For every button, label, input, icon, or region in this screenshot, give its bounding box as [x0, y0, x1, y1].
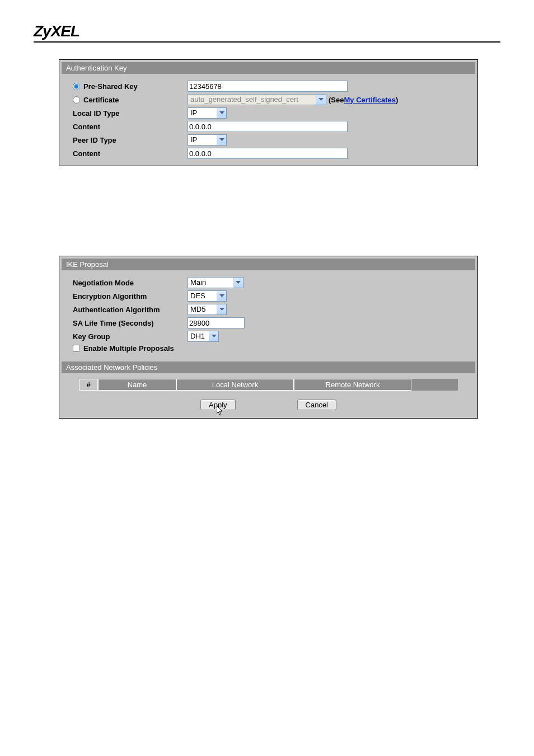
peer-id-type-value: IP [188, 135, 217, 145]
chevron-down-icon [217, 135, 226, 145]
sa-life-time-input[interactable] [188, 317, 245, 328]
peer-id-type-label: Peer ID Type [73, 136, 188, 144]
peer-content-label: Content [73, 149, 188, 158]
key-group-value: DH1 [188, 331, 209, 341]
local-id-type-label: Local ID Type [73, 109, 188, 118]
apply-button[interactable]: Apply [200, 400, 236, 410]
col-local-network: Local Network [176, 379, 294, 391]
chevron-down-icon [209, 331, 218, 341]
local-content-input[interactable] [188, 121, 348, 132]
local-content-label: Content [73, 123, 188, 131]
certificate-radio[interactable] [73, 96, 80, 104]
encryption-algorithm-value: DES [188, 291, 217, 301]
pre-shared-key-label-text: Pre-Shared Key [83, 82, 138, 91]
chevron-down-icon [217, 304, 226, 314]
certificate-label-text: Certificate [83, 96, 119, 104]
svg-marker-1 [219, 111, 224, 114]
svg-marker-3 [236, 281, 241, 284]
peer-id-type-select[interactable]: IP [188, 134, 227, 145]
pre-shared-key-input[interactable] [188, 81, 348, 92]
see-my-certificates-prefix: (See [329, 96, 344, 104]
authentication-algorithm-label: Authentication Algorithm [73, 306, 188, 314]
brand-logo: ZyXEL [34, 22, 500, 41]
authentication-key-header: Authentication Key [62, 62, 475, 74]
cancel-button-label: Cancel [306, 401, 328, 409]
chevron-down-icon [233, 278, 243, 288]
negotiation-mode-select[interactable]: Main [188, 277, 243, 288]
svg-marker-4 [219, 294, 224, 297]
svg-marker-2 [219, 138, 224, 141]
enable-multiple-proposals-text: Enable Multiple Proposals [83, 344, 174, 353]
brand-underline [34, 41, 500, 43]
ike-proposal-panel: IKE Proposal Negotiation Mode Main Encry… [59, 256, 478, 419]
negotiation-mode-value: Main [188, 278, 233, 288]
chevron-down-icon [316, 95, 326, 105]
local-id-type-value: IP [188, 108, 217, 118]
col-remote-network: Remote Network [294, 379, 411, 391]
key-group-label: Key Group [73, 332, 188, 341]
certificate-select-value: auto_generated_self_signed_cert [188, 95, 316, 105]
svg-marker-0 [318, 98, 324, 101]
pre-shared-key-radio-label[interactable]: Pre-Shared Key [73, 82, 188, 91]
enable-multiple-proposals-checkbox[interactable] [73, 345, 80, 352]
policies-table-header: # Name Local Network Remote Network [79, 379, 458, 391]
negotiation-mode-label: Negotiation Mode [73, 279, 188, 287]
authentication-algorithm-value: MD5 [188, 304, 217, 314]
peer-content-input[interactable] [188, 148, 348, 159]
my-certificates-link[interactable]: My Certificates [344, 96, 395, 104]
col-num: # [79, 379, 98, 391]
apply-button-label: Apply [209, 401, 227, 409]
cancel-button[interactable]: Cancel [297, 400, 336, 410]
ike-proposal-header: IKE Proposal [62, 259, 475, 270]
encryption-algorithm-select[interactable]: DES [188, 290, 227, 302]
authentication-algorithm-select[interactable]: MD5 [188, 304, 227, 315]
pre-shared-key-radio[interactable] [73, 83, 80, 90]
certificate-radio-label[interactable]: Certificate [73, 96, 188, 104]
see-my-certificates-suffix: ) [396, 96, 398, 104]
key-group-select[interactable]: DH1 [188, 331, 219, 342]
certificate-select: auto_generated_self_signed_cert [188, 94, 326, 105]
authentication-key-panel: Authentication Key Pre-Shared Key Certif… [59, 59, 478, 166]
enable-multiple-proposals-label[interactable]: Enable Multiple Proposals [73, 344, 174, 353]
chevron-down-icon [217, 291, 226, 301]
local-id-type-select[interactable]: IP [188, 107, 227, 119]
sa-life-time-label: SA Life Time (Seconds) [73, 319, 188, 327]
col-name: Name [98, 379, 176, 391]
svg-marker-5 [219, 308, 224, 311]
chevron-down-icon [217, 108, 226, 118]
svg-marker-6 [212, 335, 217, 337]
encryption-algorithm-label: Encryption Algorithm [73, 292, 188, 300]
associated-network-policies-header: Associated Network Policies [62, 361, 475, 373]
